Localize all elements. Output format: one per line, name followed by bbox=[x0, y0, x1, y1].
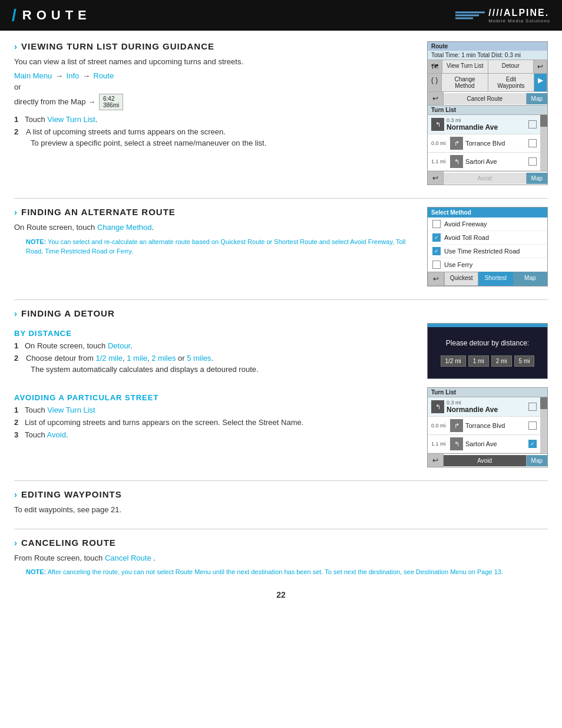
turn-check-1[interactable] bbox=[528, 139, 537, 147]
turn-check-2[interactable] bbox=[528, 157, 537, 166]
avoiding-title: AVOIDING A PARTICULAR STREET bbox=[14, 393, 415, 402]
turn-list-scrollbar[interactable] bbox=[540, 115, 547, 171]
avoid-scroll-thumb bbox=[540, 397, 547, 409]
waypoints-body: To edit waypoints, see page 21. bbox=[14, 504, 548, 516]
link-2-miles: 2 miles bbox=[151, 354, 176, 363]
turn-name-1: Torrance Blvd bbox=[465, 140, 526, 147]
turn-name-2: Sartori Ave bbox=[465, 158, 526, 165]
avoid-name-1: Torrance Blvd bbox=[465, 422, 526, 429]
section-title-cancel: › CANCELING ROUTE bbox=[14, 538, 548, 548]
check-freeway[interactable] bbox=[432, 220, 441, 228]
link-1-mile: 1 mile bbox=[127, 354, 147, 363]
shortest-btn[interactable]: Shortest bbox=[478, 272, 513, 286]
avoid-check-0[interactable] bbox=[528, 403, 537, 411]
avoid-turn-item-2: 1.1 mi ↰ Sartori Ave ✓ bbox=[428, 435, 540, 453]
section-arrow-detour: › bbox=[14, 308, 18, 318]
directly-row: directly from the Map → 6:42386mi bbox=[14, 94, 415, 110]
avoid-check-1[interactable] bbox=[528, 421, 537, 430]
avoiding-section: AVOIDING A PARTICULAR STREET 1 Touch Vie… bbox=[14, 387, 548, 467]
page-header: / ROUTE ////ALPINE. Mobile Media Solutio… bbox=[0, 0, 562, 31]
section-arrow-viewing: › bbox=[14, 41, 18, 51]
avoid-dist-0: 0.3 mi bbox=[447, 400, 526, 406]
turn-dist-1: 0.0 mi bbox=[431, 140, 448, 146]
detour-btn-1[interactable]: 1 mi bbox=[468, 355, 489, 367]
detour-btn-5[interactable]: 5 mi bbox=[514, 355, 535, 367]
back-icon[interactable]: ↩ bbox=[534, 60, 547, 73]
avoid-turn-items: ↰ 0.3 mi Normandie Ave 0.0 mi ↱ Tor bbox=[428, 397, 540, 453]
select-item-3: Use Ferry bbox=[428, 258, 547, 272]
turn-dist-2: 1.1 mi bbox=[431, 159, 448, 164]
map-icon-box: 6:42386mi bbox=[99, 94, 123, 110]
back-btn[interactable]: ↩ bbox=[428, 92, 444, 105]
map-btn[interactable]: Map bbox=[526, 93, 547, 104]
turn-check-0[interactable] bbox=[528, 120, 537, 129]
label-ferry: Use Ferry bbox=[444, 261, 472, 268]
route-icon2[interactable]: ( ) bbox=[428, 74, 442, 91]
check-toll[interactable]: ✓ bbox=[432, 233, 441, 242]
turn-list-items: ↰ 0.3 mi Normandie Ave 0.0 mi ↱ Tor bbox=[428, 115, 540, 171]
page-number: 22 bbox=[14, 590, 548, 599]
turn-name-0: Normandie Ave bbox=[447, 123, 526, 131]
route-ui-mockup: Route Total Time: 1 min Total Dist: 0.3 … bbox=[427, 41, 548, 185]
viewing-steps: 1 Touch View Turn List. 2 A list of upco… bbox=[14, 115, 415, 147]
detour-label: Please detour by distance: bbox=[434, 339, 541, 347]
check-ferry[interactable] bbox=[432, 261, 441, 269]
select-map-btn[interactable]: Map bbox=[513, 272, 547, 286]
turn-item-2: 1.1 mi ↰ Sartori Ave bbox=[428, 153, 540, 171]
route-icon[interactable]: 🗺 bbox=[428, 60, 442, 73]
select-method-mockup: Select Method Avoid Freeway ✓ Avoid Toll… bbox=[427, 207, 548, 286]
detour-btn[interactable]: Detour bbox=[488, 60, 534, 73]
cancel-route-btn[interactable]: Cancel Route bbox=[444, 93, 526, 104]
avoiding-step-1: 1 Touch View Turn List bbox=[14, 406, 415, 414]
avoid-back-btn[interactable]: ↩ bbox=[428, 454, 444, 467]
view-turn-list-btn[interactable]: View Turn List bbox=[442, 60, 488, 73]
avoid-turn-item-1: 0.0 mi ↱ Torrance Blvd bbox=[428, 417, 540, 435]
link-change-method: Change Method bbox=[97, 223, 152, 232]
turn-back-btn[interactable]: ↩ bbox=[428, 172, 444, 185]
turn-icon-2: ↰ bbox=[450, 155, 463, 168]
nav-arrow1: → bbox=[55, 71, 63, 80]
detour-btn-half[interactable]: 1/2 mi bbox=[441, 355, 466, 367]
route-screen-header: Route bbox=[428, 42, 547, 51]
edit-waypoints-btn[interactable]: Edit Waypoints bbox=[488, 74, 534, 91]
nav-main-menu: Main Menu bbox=[14, 71, 52, 80]
step-1: 1 Touch View Turn List. bbox=[14, 115, 415, 124]
turn-details-0: 0.3 mi Normandie Ave bbox=[447, 117, 526, 131]
avoid-confirm-btn[interactable]: Avoid bbox=[444, 455, 526, 466]
check-time[interactable]: ✓ bbox=[432, 247, 441, 255]
avoid-name-2: Sartori Ave bbox=[465, 440, 526, 447]
section-title-detour: › FINDING A DETOUR bbox=[14, 308, 548, 318]
select-method-screen: Select Method Avoid Freeway ✓ Avoid Toll… bbox=[427, 207, 548, 286]
turn-map-btn[interactable]: Map bbox=[526, 173, 547, 184]
link-half-mile: 1/2 mile bbox=[96, 354, 123, 363]
detour-btn-2[interactable]: 2 mi bbox=[491, 355, 512, 367]
change-method-btn[interactable]: Change Method bbox=[442, 74, 488, 91]
avoid-scrollbar[interactable] bbox=[540, 397, 547, 453]
avoid-dist-1: 0.0 mi bbox=[431, 423, 448, 429]
avoiding-step-3: 3 Touch Avoid. bbox=[14, 430, 415, 439]
select-method-header: Select Method bbox=[428, 207, 547, 218]
arrow-icon[interactable]: ▶ bbox=[534, 74, 547, 91]
avoid-check-2[interactable]: ✓ bbox=[528, 440, 537, 448]
nav-path: Main Menu → Info → Route bbox=[14, 71, 415, 80]
turn-icon-1: ↱ bbox=[450, 137, 463, 150]
quickest-btn[interactable]: Quickest bbox=[444, 272, 478, 286]
method-back-btn[interactable]: ↩ bbox=[428, 272, 444, 286]
avoid-dist-2: 1.1 mi bbox=[431, 441, 448, 447]
by-distance-title: BY DISTANCE bbox=[14, 329, 415, 338]
link-cancel-route: Cancel Route bbox=[105, 554, 151, 562]
avoiding-steps: 1 Touch View Turn List 2 List of upcomin… bbox=[14, 406, 415, 439]
main-content: › VIEWING TURN LIST DURING GUIDANCE You … bbox=[0, 31, 562, 617]
avoid-map-btn[interactable]: Map bbox=[526, 455, 547, 466]
header-slash: / bbox=[12, 6, 16, 25]
scroll-thumb bbox=[540, 115, 547, 127]
route-btn-row2: ( ) Change Method Edit Waypoints ▶ bbox=[428, 74, 547, 92]
route-info-row: Total Time: 1 min Total Dist: 0.3 mi bbox=[428, 51, 547, 60]
select-item-1: ✓ Avoid Toll Road bbox=[428, 231, 547, 245]
detour-step-2-sub: The system automatically calculates and … bbox=[14, 365, 259, 374]
header-title: ROUTE bbox=[22, 8, 91, 23]
divider-1 bbox=[14, 198, 548, 199]
link-view-turn-list: View Turn List bbox=[47, 115, 95, 124]
section-title-viewing: › VIEWING TURN LIST DURING GUIDANCE bbox=[14, 41, 415, 51]
section-arrow-alternate: › bbox=[14, 207, 18, 217]
